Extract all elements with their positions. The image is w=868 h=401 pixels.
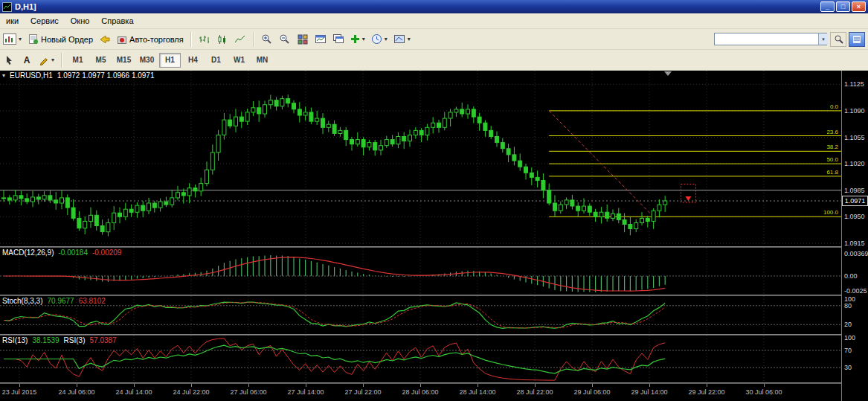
axis-label: 0.00 bbox=[844, 272, 858, 280]
chevron-down-icon: ▾ bbox=[51, 57, 54, 63]
toolbar-separator bbox=[253, 32, 254, 47]
macd-panel[interactable]: MACD(12,26,9) -0.00184 -0.00209 bbox=[0, 248, 841, 295]
minimize-button[interactable]: _ bbox=[820, 1, 835, 12]
timeframe-button-h4[interactable]: H4 bbox=[182, 53, 204, 68]
current-price-box: 1.0971 bbox=[842, 196, 868, 206]
template-icon bbox=[393, 33, 405, 45]
stochastic-svg bbox=[0, 296, 841, 334]
axis-label: 1.1125 bbox=[844, 80, 864, 88]
axis-label: -0.0025 bbox=[844, 287, 867, 295]
menu-item-Справка[interactable]: Справка bbox=[95, 14, 139, 28]
mt4-window: D,H1] _ □ × икиСервисОкноСправка ▾ Новый… bbox=[0, 0, 868, 401]
axis-label: 1.1020 bbox=[844, 160, 865, 167]
line-chart-button[interactable] bbox=[231, 31, 249, 48]
templates-button[interactable]: ▾ bbox=[390, 31, 414, 48]
chevron-down-icon: ▾ bbox=[385, 36, 388, 42]
chevron-down-icon: ▾ bbox=[362, 36, 365, 42]
time-label: 23 Jul 2015 bbox=[2, 388, 37, 396]
new-chart-icon bbox=[3, 33, 16, 45]
time-tick bbox=[707, 384, 707, 387]
periods-button[interactable]: ▾ bbox=[368, 31, 390, 48]
menu-item-Окно[interactable]: Окно bbox=[65, 14, 96, 28]
zoom-in-icon bbox=[261, 33, 272, 45]
menu-item-ики[interactable]: ики bbox=[0, 14, 25, 28]
timeframe-button-mn[interactable]: MN bbox=[251, 53, 273, 68]
search-dropdown-icon[interactable]: ▾ bbox=[818, 33, 828, 45]
indicators-button[interactable]: ▾ bbox=[347, 31, 368, 48]
cursor-tool-button[interactable] bbox=[0, 52, 18, 68]
stoch-main-value: 70.9677 bbox=[47, 297, 74, 305]
cascade-windows-button[interactable] bbox=[329, 31, 347, 48]
timeframe-button-d1[interactable]: D1 bbox=[205, 53, 227, 68]
time-label: 27 Jul 22:00 bbox=[344, 388, 381, 396]
time-tick bbox=[649, 384, 650, 387]
axis-label: 1.0915 bbox=[844, 240, 865, 247]
expert-advisors-icon bbox=[99, 33, 111, 45]
timeframe-button-h1[interactable]: H1 bbox=[159, 53, 181, 68]
new-chart-button[interactable]: ▾ bbox=[0, 31, 25, 48]
price-chart-panel[interactable]: 0.023.638.250.061.8100.0 ▾ EURUSD,H1 1.0… bbox=[0, 71, 841, 246]
menu-item-Сервис[interactable]: Сервис bbox=[25, 14, 65, 28]
macd-main-value: -0.00184 bbox=[58, 248, 87, 257]
draw-tools-button[interactable]: ▾ bbox=[36, 52, 57, 68]
window-menu-icon[interactable]: ▾ bbox=[2, 72, 5, 79]
timeframe-buttons: M1M5M15M30H1H4D1W1MN bbox=[66, 52, 274, 68]
axis-label: 70 bbox=[844, 347, 852, 354]
zoom-out-button[interactable] bbox=[276, 31, 294, 48]
stoch-name: Stoch(8,3,3) bbox=[2, 297, 42, 305]
svg-text:0.0: 0.0 bbox=[830, 103, 839, 110]
candlestick-chart-button[interactable] bbox=[213, 31, 231, 48]
symbol-label: EURUSD,H1 bbox=[10, 71, 53, 80]
time-tick bbox=[764, 384, 765, 387]
search-button[interactable] bbox=[830, 32, 846, 47]
maximize-button[interactable]: □ bbox=[836, 1, 850, 12]
chart-area: 0.023.638.250.061.8100.0 ▾ EURUSD,H1 1.0… bbox=[0, 71, 868, 401]
stochastic-panel[interactable]: Stoch(8,3,3) 70.9677 63.8102 bbox=[0, 296, 841, 334]
auto-trading-button[interactable]: Авто-торговля bbox=[114, 31, 187, 48]
axis-label: 1.0950 bbox=[844, 213, 865, 220]
expert-advisors-button[interactable] bbox=[96, 31, 114, 48]
candlestick-chart-icon bbox=[216, 34, 228, 45]
time-tick bbox=[363, 384, 364, 387]
arrange-windows-button[interactable] bbox=[312, 31, 329, 48]
macd-label: MACD(12,26,9) -0.00184 -0.00209 bbox=[2, 248, 121, 257]
search-area: ▾ bbox=[714, 32, 865, 47]
new-order-icon bbox=[28, 33, 39, 45]
time-tick bbox=[592, 384, 593, 387]
stoch-signal-value: 63.8102 bbox=[79, 297, 106, 305]
axis-label: 1.1090 bbox=[844, 107, 865, 115]
timeframe-button-w1[interactable]: W1 bbox=[228, 53, 250, 68]
axis-label: 30 bbox=[844, 364, 852, 371]
toolbar-main: ▾ Новый Ордер Авто-торговля bbox=[0, 29, 868, 50]
time-axis[interactable]: 23 Jul 201524 Jul 06:0024 Jul 14:0024 Ju… bbox=[0, 384, 841, 401]
window-title: D,H1] bbox=[15, 2, 36, 11]
new-order-button[interactable]: Новый Ордер bbox=[25, 31, 96, 48]
titlebar: D,H1] _ □ × bbox=[0, 0, 868, 13]
zoom-in-button[interactable] bbox=[258, 31, 276, 48]
rsi-svg bbox=[0, 336, 841, 382]
line-chart-icon bbox=[234, 34, 245, 45]
time-label: 29 Jul 22:00 bbox=[688, 388, 724, 396]
text-tool-button[interactable]: A bbox=[18, 52, 36, 68]
data-window-icon bbox=[852, 35, 861, 44]
time-label: 30 Jul 06:00 bbox=[745, 388, 782, 396]
chevron-down-icon: ▾ bbox=[19, 36, 22, 42]
axis-label: 0.00369 bbox=[844, 250, 868, 257]
data-window-button[interactable] bbox=[849, 32, 865, 47]
svg-text:50.0: 50.0 bbox=[826, 156, 838, 163]
price-axis[interactable]: 1.11251.10901.10551.10201.09851.09501.09… bbox=[841, 71, 868, 401]
timeframe-button-m1[interactable]: M1 bbox=[67, 53, 89, 68]
timeframe-button-m5[interactable]: M5 bbox=[90, 53, 112, 68]
search-input[interactable] bbox=[714, 33, 827, 45]
time-tick bbox=[191, 384, 192, 387]
rsi-panel[interactable]: RSI(13) 38.1539 RSI(3) 57.0387 bbox=[0, 336, 841, 382]
time-label: 24 Jul 22:00 bbox=[173, 388, 209, 396]
tile-windows-button[interactable] bbox=[294, 31, 312, 48]
timeframe-button-m15[interactable]: M15 bbox=[113, 53, 135, 68]
time-label: 29 Jul 14:00 bbox=[631, 388, 667, 396]
timeframe-button-m30[interactable]: M30 bbox=[136, 53, 158, 68]
new-order-label: Новый Ордер bbox=[41, 35, 93, 44]
close-button[interactable]: × bbox=[852, 1, 866, 12]
bar-chart-button[interactable] bbox=[196, 31, 213, 48]
axis-label: 20 bbox=[844, 321, 852, 328]
